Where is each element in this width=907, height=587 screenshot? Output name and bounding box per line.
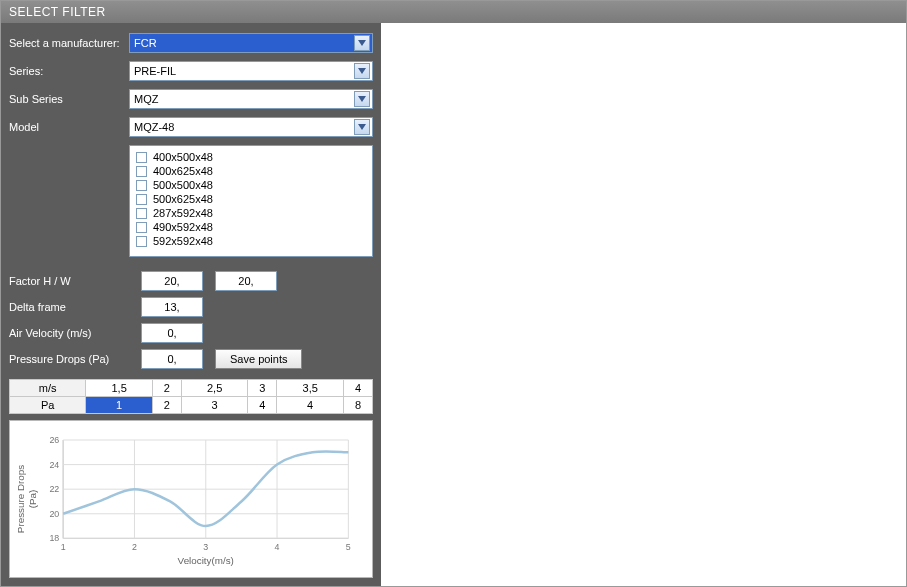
checkbox[interactable] [136, 194, 147, 205]
list-item-label: 490x592x48 [153, 221, 213, 233]
select-filter-window: SELECT FILTER Select a manufacturer: FCR… [0, 0, 907, 587]
table-cell[interactable]: 4 [343, 380, 372, 397]
pd-input[interactable]: 0, [141, 349, 203, 369]
list-item[interactable]: 500x500x48 [136, 178, 366, 192]
x-grid: 1 2 3 4 5 [61, 440, 351, 552]
delta-row: Delta frame 13, [9, 297, 373, 317]
model-select[interactable]: MQZ-48 [129, 117, 373, 137]
delta-label: Delta frame [9, 301, 129, 313]
pd-row: Pressure Drops (Pa) 0, Save points [9, 349, 373, 369]
table-cell[interactable]: 8 [343, 397, 372, 414]
svg-text:24: 24 [49, 460, 59, 470]
table-cell[interactable]: 3 [248, 380, 277, 397]
checkbox[interactable] [136, 222, 147, 233]
table-row: Pa 1 2 3 4 4 8 [10, 397, 373, 414]
table-cell[interactable]: 4 [277, 397, 343, 414]
subseries-label: Sub Series [9, 93, 129, 105]
factor-label: Factor H / W [9, 275, 129, 287]
svg-text:4: 4 [275, 542, 280, 552]
left-panel: Select a manufacturer: FCR Series: PRE-F… [1, 23, 381, 586]
list-item-label: 287x592x48 [153, 207, 213, 219]
row-header: m/s [10, 380, 86, 397]
chart-container: Pressure Drops (Pa) 26 24 22 20 1 [9, 420, 373, 578]
series-row: Series: PRE-FIL [9, 61, 373, 81]
chevron-down-icon [354, 119, 370, 135]
save-points-button[interactable]: Save points [215, 349, 302, 369]
checkbox[interactable] [136, 152, 147, 163]
subseries-select[interactable]: MQZ [129, 89, 373, 109]
checkbox[interactable] [136, 236, 147, 247]
y-grid: 26 24 22 20 18 [49, 435, 348, 543]
manufacturer-value: FCR [134, 37, 157, 49]
table-cell[interactable]: 2 [152, 397, 181, 414]
checkbox[interactable] [136, 180, 147, 191]
table-cell-selected[interactable]: 1 [86, 397, 152, 414]
model-row: Model MQZ-48 [9, 117, 373, 137]
list-item[interactable]: 490x592x48 [136, 220, 366, 234]
data-table: m/s 1,5 2 2,5 3 3,5 4 Pa 1 2 3 4 4 [9, 379, 373, 414]
list-item-label: 400x625x48 [153, 165, 213, 177]
table-cell[interactable]: 3,5 [277, 380, 343, 397]
series-select[interactable]: PRE-FIL [129, 61, 373, 81]
subseries-value: MQZ [134, 93, 158, 105]
list-item-label: 592x592x48 [153, 235, 213, 247]
checkbox[interactable] [136, 166, 147, 177]
table-cell[interactable]: 2 [152, 380, 181, 397]
svg-text:3: 3 [203, 542, 208, 552]
series-label: Series: [9, 65, 129, 77]
list-item[interactable]: 592x592x48 [136, 234, 366, 248]
svg-text:18: 18 [49, 533, 59, 543]
right-panel [381, 23, 906, 586]
list-item[interactable]: 400x625x48 [136, 164, 366, 178]
chevron-down-icon [354, 35, 370, 51]
table-row: m/s 1,5 2 2,5 3 3,5 4 [10, 380, 373, 397]
manufacturer-label: Select a manufacturer: [9, 37, 129, 49]
window-body: Select a manufacturer: FCR Series: PRE-F… [1, 23, 906, 586]
svg-text:20: 20 [49, 509, 59, 519]
y-axis-unit: (Pa) [27, 490, 38, 509]
air-label: Air Velocity (m/s) [9, 327, 129, 339]
data-table-wrap: m/s 1,5 2 2,5 3 3,5 4 Pa 1 2 3 4 4 [9, 379, 373, 414]
window-title: SELECT FILTER [1, 1, 906, 23]
model-label: Model [9, 121, 129, 133]
table-cell[interactable]: 4 [248, 397, 277, 414]
size-listbox[interactable]: 400x500x48 400x625x48 500x500x48 500x625… [129, 145, 373, 257]
table-cell[interactable]: 3 [181, 397, 247, 414]
x-axis-label: Velocity(m/s) [178, 555, 234, 566]
air-row: Air Velocity (m/s) 0, [9, 323, 373, 343]
model-value: MQZ-48 [134, 121, 174, 133]
pressure-chart: Pressure Drops (Pa) 26 24 22 20 1 [14, 425, 368, 573]
list-item[interactable]: 287x592x48 [136, 206, 366, 220]
list-item-label: 400x500x48 [153, 151, 213, 163]
series-value: PRE-FIL [134, 65, 176, 77]
checkbox[interactable] [136, 208, 147, 219]
chevron-down-icon [354, 91, 370, 107]
list-item[interactable]: 500x625x48 [136, 192, 366, 206]
factor-h-input[interactable]: 20, [141, 271, 203, 291]
y-axis-label: Pressure Drops [15, 465, 26, 533]
table-cell[interactable]: 1,5 [86, 380, 152, 397]
table-cell[interactable]: 2,5 [181, 380, 247, 397]
factor-w-input[interactable]: 20, [215, 271, 277, 291]
factor-row: Factor H / W 20, 20, [9, 271, 373, 291]
svg-text:5: 5 [346, 542, 351, 552]
row-header: Pa [10, 397, 86, 414]
list-item-label: 500x500x48 [153, 179, 213, 191]
chevron-down-icon [354, 63, 370, 79]
pd-label: Pressure Drops (Pa) [9, 353, 129, 365]
svg-text:2: 2 [132, 542, 137, 552]
list-item-label: 500x625x48 [153, 193, 213, 205]
svg-text:1: 1 [61, 542, 66, 552]
manufacturer-row: Select a manufacturer: FCR [9, 33, 373, 53]
manufacturer-select[interactable]: FCR [129, 33, 373, 53]
subseries-row: Sub Series MQZ [9, 89, 373, 109]
list-item[interactable]: 400x500x48 [136, 150, 366, 164]
svg-text:26: 26 [49, 435, 59, 445]
svg-text:22: 22 [49, 484, 59, 494]
delta-input[interactable]: 13, [141, 297, 203, 317]
air-input[interactable]: 0, [141, 323, 203, 343]
